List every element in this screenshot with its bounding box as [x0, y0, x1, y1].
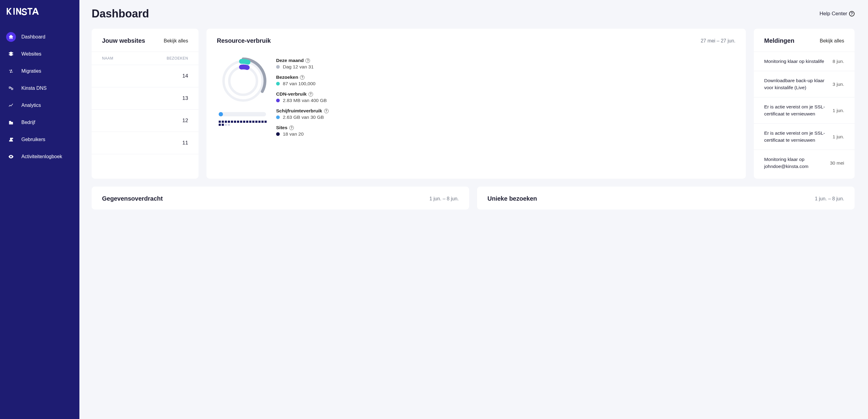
notification-date: 1 jun. [833, 134, 844, 139]
resource-charts [219, 57, 268, 137]
legend-value: 18 van 20 [283, 131, 304, 137]
notification-item[interactable]: Monitoring klaar op kinstalife 8 jun. [754, 52, 855, 71]
legend-title: Sites [276, 125, 287, 130]
main-content: Dashboard Help Center ? Jouw websites Be… [80, 0, 868, 419]
notification-item[interactable]: Downloadbare back-up klaar voor kinstali… [754, 71, 855, 97]
notification-text: Monitoring klaar op kinstalife [764, 58, 827, 65]
sidebar-item-label: Activiteitenlogboek [21, 154, 62, 159]
sidebar-item-label: Analytics [21, 103, 41, 108]
legend-title: Deze maand [276, 58, 304, 63]
legend-title: Schijfruimteverbruik [276, 108, 322, 114]
resource-card-title: Resource-verbruik [217, 37, 271, 44]
notification-date: 3 jun. [833, 82, 844, 87]
websites-table-header: NAAM BEZOEKEN [92, 52, 198, 65]
notification-item[interactable]: Er is actie vereist om je SSL-certificaa… [754, 123, 855, 150]
site-visits: 14 [182, 73, 188, 79]
site-visits: 13 [182, 95, 188, 101]
notification-date: 1 jun. [833, 108, 844, 113]
help-icon[interactable]: ? [308, 92, 313, 97]
sidebar-item-label: Websites [21, 51, 41, 57]
sidebar-item-label: Gebruikers [21, 137, 45, 142]
sidebar-item-label: Dashboard [21, 34, 45, 40]
col-visits-header: BEZOEKEN [167, 56, 188, 61]
users-icon [6, 135, 16, 144]
legend-disk: Schijfruimteverbruik ? 2.63 GB van 30 GB [276, 108, 329, 120]
help-center-link[interactable]: Help Center ? [819, 11, 855, 17]
notification-text: Monitoring klaar op johndoe@kinsta.com [764, 156, 824, 170]
legend-dot [276, 99, 280, 102]
notifications-card-title: Meldingen [764, 37, 795, 44]
legend-value: 2.83 MB van 400 GB [283, 98, 327, 103]
svg-rect-0 [13, 8, 15, 15]
notifications-view-all-link[interactable]: Bekijk alles [820, 38, 844, 44]
card-unique-visits: Unieke bezoeken 1 jun. – 8 jun. [477, 187, 855, 210]
legend-sites: Sites ? 18 van 20 [276, 125, 329, 137]
migrate-icon [6, 66, 16, 76]
help-icon[interactable]: ? [289, 126, 294, 130]
layers-icon [6, 49, 16, 59]
help-icon[interactable]: ? [300, 75, 305, 80]
resource-date-range: 27 mei – 27 jun. [701, 38, 736, 44]
sidebar-item-dns[interactable]: Kinsta DNS [0, 80, 80, 97]
visits-card-title: Unieke bezoeken [488, 195, 537, 202]
websites-view-all-link[interactable]: Bekijk alles [164, 38, 188, 44]
sidebar-item-websites[interactable]: Websites [0, 45, 80, 63]
legend-value: 87 van 100,000 [283, 81, 315, 87]
sidebar-nav: Dashboard Websites Migraties Kinsta DNS … [0, 28, 80, 165]
site-visits: 11 [182, 140, 188, 146]
help-icon[interactable]: ? [305, 58, 310, 63]
card-websites: Jouw websites Bekijk alles NAAM BEZOEKEN… [92, 29, 198, 179]
sidebar-item-migraties[interactable]: Migraties [0, 63, 80, 80]
transfer-card-title: Gegevensoverdracht [102, 195, 163, 202]
table-row[interactable]: 13 [92, 87, 198, 110]
table-empty-space [92, 154, 198, 179]
notification-text: Er is actie vereist om je SSL-certificaa… [764, 130, 827, 143]
sidebar-item-gebruikers[interactable]: Gebruikers [0, 131, 80, 148]
col-name-header: NAAM [102, 56, 113, 61]
company-icon [6, 118, 16, 127]
page-title: Dashboard [92, 7, 149, 20]
legend-value: 2.63 GB van 30 GB [283, 115, 324, 120]
transfer-date-range: 1 jun. – 8 jun. [429, 196, 459, 201]
legend-dot [276, 82, 280, 86]
table-row[interactable]: 12 [92, 110, 198, 132]
visits-date-range: 1 jun. – 8 jun. [815, 196, 844, 201]
help-icon[interactable]: ? [324, 109, 329, 113]
sites-usage-blocks [219, 121, 268, 126]
donut-chart [219, 57, 268, 105]
svg-point-2 [229, 67, 257, 95]
notification-text: Downloadbare back-up klaar voor kinstali… [764, 77, 827, 91]
page-header: Dashboard Help Center ? [92, 7, 855, 20]
legend-month: Deze maand ? Dag 12 van 31 [276, 58, 329, 70]
brand-logo [0, 5, 80, 28]
notification-item[interactable]: Monitoring klaar op johndoe@kinsta.com 3… [754, 150, 855, 176]
sidebar-item-label: Migraties [21, 68, 41, 74]
activity-icon [6, 152, 16, 162]
notification-date: 8 jun. [833, 59, 844, 64]
resource-legend: Deze maand ? Dag 12 van 31 Bezoeken ? 87… [276, 57, 329, 137]
help-icon: ? [849, 11, 855, 17]
site-visits: 12 [182, 118, 188, 124]
card-notifications: Meldingen Bekijk alles Monitoring klaar … [754, 29, 855, 179]
table-row[interactable]: 14 [92, 65, 198, 87]
legend-value: Dag 12 van 31 [283, 64, 314, 70]
legend-title: Bezoeken [276, 74, 298, 80]
websites-card-title: Jouw websites [102, 37, 145, 44]
notification-date: 30 mei [830, 160, 844, 166]
sidebar-item-analytics[interactable]: Analytics [0, 97, 80, 114]
sidebar-item-bedrijf[interactable]: Bedrijf [0, 114, 80, 131]
notification-item[interactable]: Er is actie vereist om je SSL-certificaa… [754, 97, 855, 123]
legend-dot [276, 132, 280, 136]
card-resource-usage: Resource-verbruik 27 mei – 27 jun. [207, 29, 746, 179]
notification-text: Er is actie vereist om je SSL-certificaa… [764, 103, 827, 117]
legend-cdn: CDN-verbruik ? 2.83 MB van 400 GB [276, 91, 329, 103]
help-center-label: Help Center [819, 11, 847, 17]
table-row[interactable]: 11 [92, 132, 198, 154]
sidebar-item-dashboard[interactable]: Dashboard [0, 28, 80, 45]
dns-icon [6, 84, 16, 93]
sidebar-item-label: Bedrijf [21, 120, 35, 125]
analytics-icon [6, 100, 16, 110]
sidebar-item-activiteitenlogboek[interactable]: Activiteitenlogboek [0, 148, 80, 165]
home-icon [6, 32, 16, 42]
legend-dot [276, 65, 280, 69]
